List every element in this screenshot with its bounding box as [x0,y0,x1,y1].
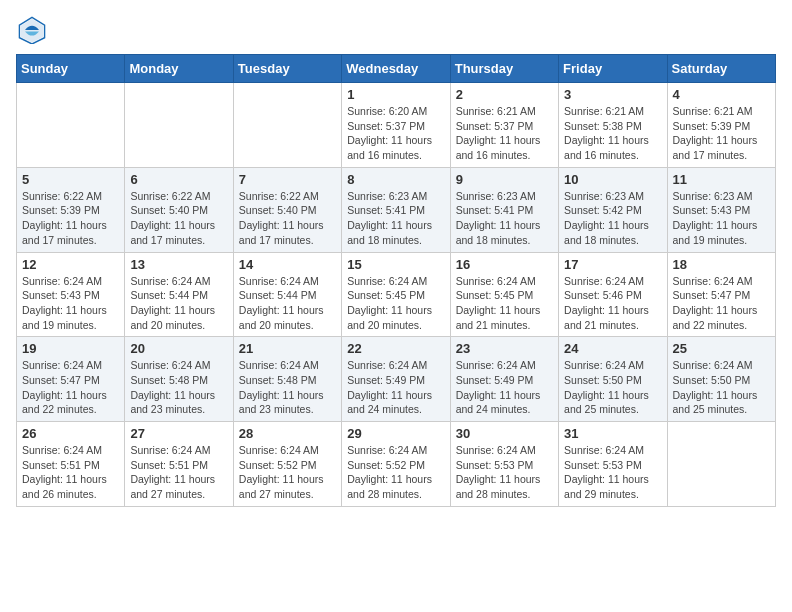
day-number: 15 [347,257,444,272]
day-number: 17 [564,257,661,272]
day-info: Sunrise: 6:21 AM Sunset: 5:37 PM Dayligh… [456,104,553,163]
calendar-week-row: 19Sunrise: 6:24 AM Sunset: 5:47 PM Dayli… [17,337,776,422]
calendar-day-25: 25Sunrise: 6:24 AM Sunset: 5:50 PM Dayli… [667,337,775,422]
day-info: Sunrise: 6:24 AM Sunset: 5:51 PM Dayligh… [22,443,119,502]
day-info: Sunrise: 6:22 AM Sunset: 5:39 PM Dayligh… [22,189,119,248]
page-header [16,16,776,44]
calendar-empty-cell [17,83,125,168]
day-number: 2 [456,87,553,102]
day-info: Sunrise: 6:24 AM Sunset: 5:51 PM Dayligh… [130,443,227,502]
calendar-day-31: 31Sunrise: 6:24 AM Sunset: 5:53 PM Dayli… [559,422,667,507]
day-header-wednesday: Wednesday [342,55,450,83]
day-number: 29 [347,426,444,441]
calendar-day-16: 16Sunrise: 6:24 AM Sunset: 5:45 PM Dayli… [450,252,558,337]
calendar-day-1: 1Sunrise: 6:20 AM Sunset: 5:37 PM Daylig… [342,83,450,168]
calendar-day-13: 13Sunrise: 6:24 AM Sunset: 5:44 PM Dayli… [125,252,233,337]
logo [16,16,48,44]
day-number: 1 [347,87,444,102]
day-info: Sunrise: 6:24 AM Sunset: 5:52 PM Dayligh… [347,443,444,502]
day-header-friday: Friday [559,55,667,83]
day-info: Sunrise: 6:24 AM Sunset: 5:46 PM Dayligh… [564,274,661,333]
day-number: 22 [347,341,444,356]
calendar-day-18: 18Sunrise: 6:24 AM Sunset: 5:47 PM Dayli… [667,252,775,337]
day-info: Sunrise: 6:24 AM Sunset: 5:52 PM Dayligh… [239,443,336,502]
day-number: 25 [673,341,770,356]
day-info: Sunrise: 6:23 AM Sunset: 5:41 PM Dayligh… [347,189,444,248]
day-number: 23 [456,341,553,356]
calendar-day-6: 6Sunrise: 6:22 AM Sunset: 5:40 PM Daylig… [125,167,233,252]
day-number: 9 [456,172,553,187]
day-number: 28 [239,426,336,441]
day-info: Sunrise: 6:24 AM Sunset: 5:50 PM Dayligh… [564,358,661,417]
calendar-day-7: 7Sunrise: 6:22 AM Sunset: 5:40 PM Daylig… [233,167,341,252]
calendar-day-23: 23Sunrise: 6:24 AM Sunset: 5:49 PM Dayli… [450,337,558,422]
day-header-tuesday: Tuesday [233,55,341,83]
calendar-empty-cell [125,83,233,168]
day-number: 26 [22,426,119,441]
calendar-day-22: 22Sunrise: 6:24 AM Sunset: 5:49 PM Dayli… [342,337,450,422]
day-info: Sunrise: 6:24 AM Sunset: 5:48 PM Dayligh… [130,358,227,417]
day-info: Sunrise: 6:24 AM Sunset: 5:43 PM Dayligh… [22,274,119,333]
day-header-thursday: Thursday [450,55,558,83]
day-info: Sunrise: 6:24 AM Sunset: 5:44 PM Dayligh… [130,274,227,333]
day-number: 3 [564,87,661,102]
day-info: Sunrise: 6:23 AM Sunset: 5:42 PM Dayligh… [564,189,661,248]
calendar-day-5: 5Sunrise: 6:22 AM Sunset: 5:39 PM Daylig… [17,167,125,252]
calendar-day-20: 20Sunrise: 6:24 AM Sunset: 5:48 PM Dayli… [125,337,233,422]
day-number: 21 [239,341,336,356]
day-info: Sunrise: 6:24 AM Sunset: 5:47 PM Dayligh… [22,358,119,417]
day-number: 12 [22,257,119,272]
day-number: 14 [239,257,336,272]
day-number: 16 [456,257,553,272]
calendar-day-14: 14Sunrise: 6:24 AM Sunset: 5:44 PM Dayli… [233,252,341,337]
calendar-week-row: 5Sunrise: 6:22 AM Sunset: 5:39 PM Daylig… [17,167,776,252]
day-info: Sunrise: 6:24 AM Sunset: 5:45 PM Dayligh… [456,274,553,333]
day-number: 5 [22,172,119,187]
day-info: Sunrise: 6:22 AM Sunset: 5:40 PM Dayligh… [130,189,227,248]
day-number: 30 [456,426,553,441]
day-number: 8 [347,172,444,187]
day-info: Sunrise: 6:24 AM Sunset: 5:44 PM Dayligh… [239,274,336,333]
day-info: Sunrise: 6:24 AM Sunset: 5:49 PM Dayligh… [347,358,444,417]
calendar-day-26: 26Sunrise: 6:24 AM Sunset: 5:51 PM Dayli… [17,422,125,507]
day-info: Sunrise: 6:24 AM Sunset: 5:47 PM Dayligh… [673,274,770,333]
day-info: Sunrise: 6:23 AM Sunset: 5:43 PM Dayligh… [673,189,770,248]
calendar-day-17: 17Sunrise: 6:24 AM Sunset: 5:46 PM Dayli… [559,252,667,337]
calendar-week-row: 26Sunrise: 6:24 AM Sunset: 5:51 PM Dayli… [17,422,776,507]
calendar-week-row: 1Sunrise: 6:20 AM Sunset: 5:37 PM Daylig… [17,83,776,168]
calendar-day-27: 27Sunrise: 6:24 AM Sunset: 5:51 PM Dayli… [125,422,233,507]
calendar-day-10: 10Sunrise: 6:23 AM Sunset: 5:42 PM Dayli… [559,167,667,252]
day-info: Sunrise: 6:24 AM Sunset: 5:50 PM Dayligh… [673,358,770,417]
day-number: 27 [130,426,227,441]
day-info: Sunrise: 6:23 AM Sunset: 5:41 PM Dayligh… [456,189,553,248]
calendar-week-row: 12Sunrise: 6:24 AM Sunset: 5:43 PM Dayli… [17,252,776,337]
day-info: Sunrise: 6:24 AM Sunset: 5:53 PM Dayligh… [456,443,553,502]
day-info: Sunrise: 6:24 AM Sunset: 5:49 PM Dayligh… [456,358,553,417]
day-info: Sunrise: 6:22 AM Sunset: 5:40 PM Dayligh… [239,189,336,248]
day-number: 18 [673,257,770,272]
calendar-day-2: 2Sunrise: 6:21 AM Sunset: 5:37 PM Daylig… [450,83,558,168]
day-number: 20 [130,341,227,356]
day-number: 10 [564,172,661,187]
day-header-saturday: Saturday [667,55,775,83]
day-info: Sunrise: 6:24 AM Sunset: 5:53 PM Dayligh… [564,443,661,502]
day-header-monday: Monday [125,55,233,83]
day-number: 13 [130,257,227,272]
calendar-empty-cell [667,422,775,507]
calendar-day-15: 15Sunrise: 6:24 AM Sunset: 5:45 PM Dayli… [342,252,450,337]
calendar-day-3: 3Sunrise: 6:21 AM Sunset: 5:38 PM Daylig… [559,83,667,168]
day-info: Sunrise: 6:21 AM Sunset: 5:38 PM Dayligh… [564,104,661,163]
calendar-day-8: 8Sunrise: 6:23 AM Sunset: 5:41 PM Daylig… [342,167,450,252]
calendar-table: SundayMondayTuesdayWednesdayThursdayFrid… [16,54,776,507]
calendar-empty-cell [233,83,341,168]
calendar-header-row: SundayMondayTuesdayWednesdayThursdayFrid… [17,55,776,83]
day-number: 7 [239,172,336,187]
day-number: 4 [673,87,770,102]
day-number: 24 [564,341,661,356]
day-info: Sunrise: 6:21 AM Sunset: 5:39 PM Dayligh… [673,104,770,163]
logo-icon [18,16,46,44]
calendar-day-9: 9Sunrise: 6:23 AM Sunset: 5:41 PM Daylig… [450,167,558,252]
day-info: Sunrise: 6:24 AM Sunset: 5:45 PM Dayligh… [347,274,444,333]
day-number: 19 [22,341,119,356]
calendar-day-12: 12Sunrise: 6:24 AM Sunset: 5:43 PM Dayli… [17,252,125,337]
